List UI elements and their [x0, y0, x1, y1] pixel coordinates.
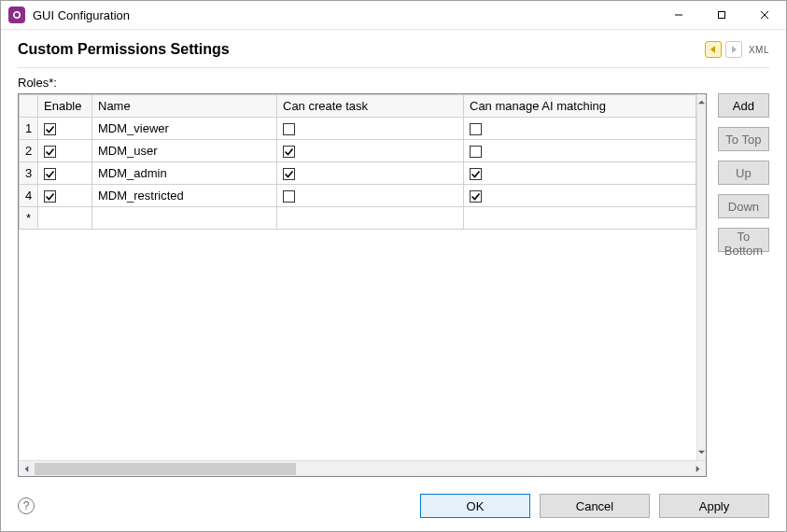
nav-back-button[interactable] [705, 41, 722, 58]
horizontal-scrollbar[interactable] [19, 460, 706, 476]
checkbox-checked-icon[interactable] [44, 123, 56, 135]
cancel-button[interactable]: Cancel [540, 494, 650, 518]
table-row[interactable]: 3MDM_admin [20, 162, 696, 185]
row-number[interactable]: 4 [20, 185, 38, 207]
col-header-name[interactable]: Name [92, 95, 277, 118]
xml-label[interactable]: XML [749, 45, 769, 55]
checkbox-checked-icon[interactable] [470, 168, 482, 180]
to-top-button[interactable]: To Top [718, 127, 769, 151]
checkbox-checked-icon[interactable] [283, 168, 295, 180]
add-button[interactable]: Add [718, 93, 769, 118]
footer: ? OK Cancel Apply [1, 484, 786, 531]
side-buttons: Add To Top Up Down To Bottom [718, 93, 769, 477]
checkbox-checked-icon[interactable] [283, 146, 295, 158]
help-icon[interactable]: ? [18, 497, 35, 514]
svg-rect-10 [471, 147, 482, 158]
cell-name[interactable]: MDM_user [92, 140, 277, 162]
app-icon [8, 7, 25, 23]
help-glyph: ? [23, 499, 30, 512]
scroll-down-icon[interactable] [697, 444, 706, 460]
cell-create-task[interactable] [277, 162, 464, 185]
row-number[interactable]: 2 [20, 140, 38, 162]
cell-name[interactable] [92, 207, 277, 230]
window-minimize-button[interactable] [657, 1, 700, 30]
body-row: Enable Name Can create task Can manage A… [1, 93, 786, 484]
titlebar: GUI Configuration [1, 1, 786, 30]
table-row[interactable]: 2MDM_user [20, 140, 696, 162]
table-row[interactable]: 1MDM_viewer [20, 118, 696, 140]
cell-name[interactable]: MDM_admin [92, 162, 277, 185]
to-bottom-button[interactable]: To Bottom [718, 228, 769, 252]
roles-grid-panel: Enable Name Can create task Can manage A… [18, 93, 707, 477]
checkbox-unchecked-icon[interactable] [470, 146, 482, 158]
header-divider [18, 67, 769, 68]
cell-name[interactable]: MDM_restricted [92, 185, 277, 207]
checkbox-checked-icon[interactable] [470, 190, 482, 203]
apply-button[interactable]: Apply [659, 494, 769, 518]
cell-enable[interactable] [38, 140, 92, 162]
cell-create-task[interactable] [277, 185, 464, 207]
svg-rect-2 [719, 12, 725, 19]
svg-rect-15 [284, 191, 295, 203]
row-number[interactable]: 1 [20, 118, 38, 140]
cell-create-task[interactable] [277, 207, 464, 230]
ok-button[interactable]: OK [420, 494, 530, 518]
svg-rect-8 [45, 147, 56, 158]
col-header-enable[interactable]: Enable [38, 95, 92, 118]
svg-rect-5 [45, 124, 56, 135]
table-row[interactable]: 4MDM_restricted [20, 185, 696, 207]
cell-manage-ai[interactable] [464, 162, 696, 185]
hscroll-thumb[interactable] [35, 463, 296, 475]
scroll-left-icon[interactable] [19, 461, 35, 477]
cell-enable[interactable] [38, 118, 92, 140]
header-row: Custom Permissions Settings XML [1, 30, 786, 63]
col-header-create-task[interactable]: Can create task [277, 95, 464, 118]
content-area: Custom Permissions Settings XML Roles*: [1, 30, 786, 531]
col-header-rownum[interactable] [20, 95, 38, 118]
checkbox-checked-icon[interactable] [44, 190, 56, 203]
roles-table[interactable]: Enable Name Can create task Can manage A… [19, 94, 696, 230]
checkbox-unchecked-icon[interactable] [283, 190, 295, 203]
window-title: GUI Configuration [33, 8, 130, 22]
window-root: GUI Configuration Custom Permissions Set… [0, 0, 787, 532]
table-new-row[interactable]: * [20, 207, 696, 230]
cell-enable[interactable] [38, 185, 92, 207]
checkbox-checked-icon[interactable] [44, 146, 56, 158]
window-close-button[interactable] [743, 1, 786, 30]
svg-rect-12 [284, 169, 295, 180]
cell-create-task[interactable] [277, 140, 464, 162]
row-number[interactable]: 3 [20, 162, 38, 185]
window-maximize-button[interactable] [700, 1, 743, 30]
svg-rect-13 [471, 169, 482, 180]
xml-nav: XML [705, 41, 769, 58]
checkbox-checked-icon[interactable] [44, 168, 56, 180]
svg-rect-11 [45, 169, 56, 180]
nav-forward-button[interactable] [725, 41, 742, 58]
new-row-marker[interactable]: * [20, 207, 38, 230]
cell-enable[interactable] [38, 162, 92, 185]
cell-enable[interactable] [38, 207, 92, 230]
page-title: Custom Permissions Settings [18, 41, 705, 58]
cell-manage-ai[interactable] [464, 207, 696, 230]
scroll-right-icon[interactable] [690, 461, 706, 477]
cell-create-task[interactable] [277, 118, 464, 140]
cell-manage-ai[interactable] [464, 118, 696, 140]
checkbox-unchecked-icon[interactable] [470, 123, 482, 135]
up-button[interactable]: Up [718, 161, 769, 185]
cell-manage-ai[interactable] [464, 185, 696, 207]
roles-label: Roles*: [1, 76, 786, 93]
cell-manage-ai[interactable] [464, 140, 696, 162]
svg-point-0 [14, 12, 20, 18]
cell-name[interactable]: MDM_viewer [92, 118, 277, 140]
checkbox-unchecked-icon[interactable] [283, 123, 295, 135]
svg-rect-9 [284, 147, 295, 158]
vertical-scrollbar[interactable] [696, 94, 706, 460]
svg-rect-6 [284, 124, 295, 135]
scroll-up-icon[interactable] [697, 94, 706, 110]
svg-rect-14 [45, 191, 56, 203]
svg-rect-7 [471, 124, 482, 135]
col-header-manage-ai[interactable]: Can manage AI matching [464, 95, 696, 118]
down-button[interactable]: Down [718, 194, 769, 218]
svg-rect-16 [471, 191, 482, 203]
